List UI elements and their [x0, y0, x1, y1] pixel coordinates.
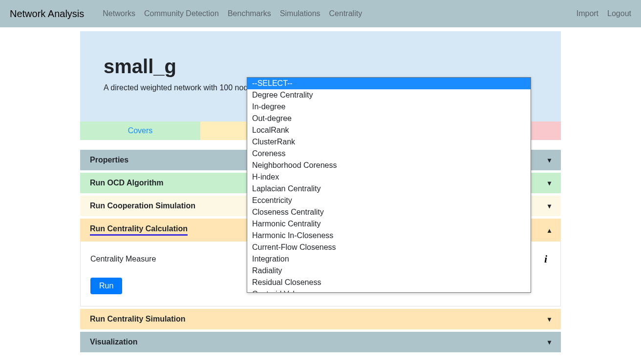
dropdown-option[interactable]: Harmonic Centrality — [247, 218, 531, 230]
dropdown-option[interactable]: --SELECT-- — [247, 78, 531, 89]
nav-networks[interactable]: Networks — [103, 9, 135, 18]
dropdown-option[interactable]: Residual Closeness — [247, 277, 531, 288]
panel-centrality-sim[interactable]: Run Centrality Simulation ▾ — [80, 309, 561, 329]
dropdown-option[interactable]: Degree Centrality — [247, 89, 531, 101]
dropdown-option[interactable]: Laplacian Centrality — [247, 183, 531, 195]
nav-centrality[interactable]: Centrality — [329, 9, 363, 18]
chevron-down-icon: ▾ — [548, 179, 551, 187]
chevron-down-icon: ▾ — [548, 202, 551, 210]
dropdown-option[interactable]: Closeness Centrality — [247, 206, 531, 218]
panel-centrality-sim-title: Run Centrality Simulation — [90, 315, 186, 324]
dropdown-option[interactable]: ClusterRank — [247, 136, 531, 148]
info-icon[interactable]: i — [541, 253, 551, 265]
panel-centrality-calc-title: Run Centrality Calculation — [90, 224, 188, 236]
dropdown-option[interactable]: Coreness — [247, 148, 531, 160]
navbar-left: Network Analysis Networks Community Dete… — [10, 8, 362, 20]
centrality-measure-label: Centrality Measure — [90, 255, 237, 263]
dropdown-option[interactable]: In-degree — [247, 101, 531, 113]
dropdown-option[interactable]: Current-Flow Closeness — [247, 242, 531, 253]
dropdown-option[interactable]: Harmonic In-Closeness — [247, 230, 531, 242]
chevron-down-icon: ▾ — [548, 156, 551, 164]
chevron-up-icon: ▴ — [548, 226, 551, 234]
tab-covers[interactable]: Covers — [80, 121, 200, 140]
panel-cooperation-title: Run Cooperation Simulation — [90, 202, 195, 210]
nav-benchmarks[interactable]: Benchmarks — [228, 9, 271, 18]
panel-ocd-title: Run OCD Algorithm — [90, 179, 164, 187]
dropdown-option[interactable]: LocalRank — [247, 124, 531, 136]
centrality-measure-dropdown[interactable]: --SELECT--Degree CentralityIn-degreeOut-… — [247, 77, 531, 293]
dropdown-option[interactable]: Radiality — [247, 265, 531, 277]
page-title: small_g — [104, 56, 537, 78]
nav-community-detection[interactable]: Community Detection — [144, 9, 219, 18]
dropdown-option[interactable]: Out-degree — [247, 113, 531, 124]
chevron-down-icon: ▾ — [548, 338, 551, 346]
dropdown-option[interactable]: Neighborhood Coreness — [247, 160, 531, 171]
run-button[interactable]: Run — [90, 278, 122, 294]
nav-logout[interactable]: Logout — [607, 9, 631, 18]
nav-simulations[interactable]: Simulations — [280, 9, 320, 18]
panel-visualization[interactable]: Visualization ▾ — [80, 332, 561, 352]
chevron-down-icon: ▾ — [548, 315, 551, 323]
centrality-measure-dropdown-list[interactable]: --SELECT--Degree CentralityIn-degreeOut-… — [247, 78, 531, 292]
dropdown-option[interactable]: H-index — [247, 171, 531, 183]
dropdown-option[interactable]: Integration — [247, 253, 531, 265]
navbar-right: Import Logout — [577, 9, 631, 18]
app-brand[interactable]: Network Analysis — [10, 8, 84, 20]
navbar: Network Analysis Networks Community Dete… — [0, 0, 641, 27]
dropdown-option[interactable]: Centroid Value — [247, 288, 531, 292]
panel-properties-title: Properties — [90, 156, 128, 164]
nav-import[interactable]: Import — [577, 9, 598, 18]
panel-visualization-title: Visualization — [90, 338, 138, 346]
dropdown-option[interactable]: Eccentricity — [247, 195, 531, 206]
